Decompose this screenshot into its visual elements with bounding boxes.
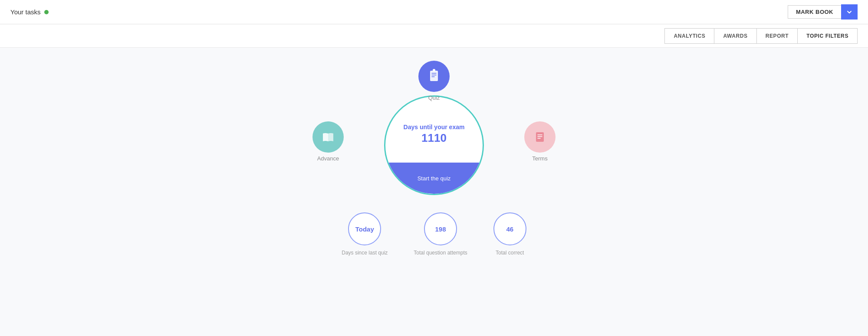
svg-rect-6: [536, 132, 544, 142]
stat-days-since: Today Days since last quiz: [342, 212, 388, 256]
stat-circle-days: Today: [348, 212, 381, 245]
tab-analytics[interactable]: ANALYTICS: [664, 28, 714, 44]
quiz-icon: [427, 69, 441, 84]
mark-book-dropdown-button[interactable]: [841, 4, 858, 20]
chevron-down-icon: [847, 10, 852, 15]
advance-icon-wrap: Advance: [312, 121, 344, 162]
days-until-label: Days until your exam: [404, 123, 465, 131]
header-actions: MARK BOOK: [788, 4, 858, 20]
tab-bar: ANALYTICS AWARDS REPORT TOPIC FILTERS: [0, 24, 868, 48]
stat-label-correct: Total correct: [496, 250, 524, 256]
circle-bottom[interactable]: Start the quiz: [385, 163, 483, 194]
tab-awards[interactable]: AWARDS: [714, 28, 756, 44]
main-content: Quiz Advance Terms: [0, 48, 868, 336]
stat-circle-correct: 46: [493, 212, 526, 245]
stat-value-attempts: 198: [435, 225, 446, 233]
mark-book-button[interactable]: MARK BOOK: [788, 5, 841, 19]
circle-top: Days until your exam 1110: [385, 97, 483, 163]
days-number: 1110: [421, 131, 447, 145]
svg-rect-0: [430, 71, 438, 81]
page-title: Your tasks: [10, 8, 41, 16]
start-quiz-button[interactable]: Start the quiz: [418, 175, 451, 182]
svg-rect-5: [433, 70, 435, 71]
advance-circle: [312, 121, 344, 153]
quiz-label: Quiz: [428, 95, 440, 101]
tab-topic-filters[interactable]: TOPIC FILTERS: [798, 28, 858, 44]
terms-icon: [533, 130, 547, 144]
stat-total-attempts: 198 Total question attempts: [414, 212, 467, 256]
header-bar: Your tasks MARK BOOK: [0, 0, 868, 24]
quiz-icon-wrap: Quiz: [418, 61, 450, 101]
stat-total-correct: 46 Total correct: [493, 212, 526, 256]
tab-report[interactable]: REPORT: [757, 28, 798, 44]
stat-label-attempts: Total question attempts: [414, 250, 467, 256]
stat-value-correct: 46: [506, 225, 513, 233]
stat-value-days: Today: [355, 225, 374, 233]
terms-label: Terms: [532, 155, 547, 162]
stats-row: Today Days since last quiz 198 Total que…: [342, 212, 526, 256]
header-title: Your tasks: [10, 8, 49, 16]
diagram-area: Quiz Advance Terms: [304, 69, 564, 195]
status-dot: [44, 10, 49, 14]
terms-icon-wrap: Terms: [524, 121, 556, 162]
stat-circle-attempts: 198: [424, 212, 457, 245]
center-circle: Days until your exam 1110 Start the quiz: [384, 95, 484, 195]
advance-label: Advance: [317, 155, 339, 162]
terms-circle: [524, 121, 556, 153]
quiz-circle: [418, 61, 450, 92]
stat-label-days: Days since last quiz: [342, 250, 388, 256]
book-icon: [320, 129, 336, 145]
